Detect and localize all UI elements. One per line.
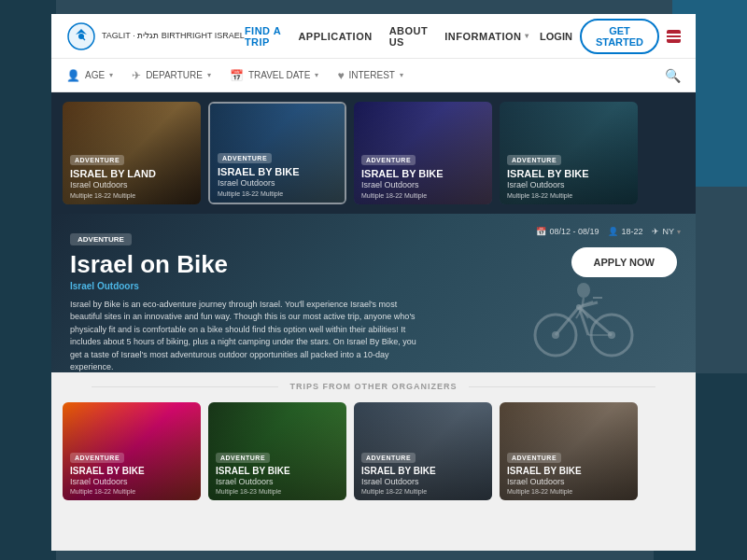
search-icon[interactable]: 🔍: [665, 68, 681, 83]
card4-badge: ADVENTURE: [507, 155, 561, 165]
card3-title: ISRAEL BY BIKE: [361, 168, 485, 180]
filter-age-label: AGE: [85, 70, 105, 80]
bc3-subtitle: Israel Outdoors: [361, 477, 485, 486]
filter-departure[interactable]: ✈ DEPARTURE ▾: [132, 69, 211, 82]
bc1-content: ADVENTURE ISRAEL BY BIKE Israel Outdoors…: [63, 441, 201, 500]
bc2-title: ISRAEL BY BIKE: [216, 466, 339, 477]
trip-card-4[interactable]: ADVENTURE ISRAEL BY BIKE Israel Outdoors…: [500, 102, 638, 204]
nav-information[interactable]: INFORMATION ▾: [444, 31, 529, 42]
bc2-meta: Multiple 18-23 Multiple: [216, 488, 339, 495]
plane-icon: ✈: [132, 69, 141, 82]
card3-meta: Multiple 18-22 Multiple: [361, 192, 485, 199]
card3-subtitle: Israel Outdoors: [361, 180, 485, 189]
featured-badge: ADVENTURE: [70, 233, 132, 245]
bc3-meta: Multiple 18-22 Multiple: [361, 488, 485, 495]
filter-age[interactable]: 👤 AGE ▾: [66, 69, 113, 82]
card4-title: ISRAEL BY BIKE: [507, 168, 630, 180]
calendar-icon: 📅: [230, 69, 244, 82]
bg-left: [0, 0, 56, 560]
login-button[interactable]: LOGIN: [540, 31, 572, 42]
bottom-cards: ADVENTURE ISRAEL BY BIKE Israel Outdoors…: [51, 397, 696, 510]
featured-description: Israel by Bike is an eco-adventure journ…: [70, 299, 425, 372]
get-started-button[interactable]: GET STARTED: [580, 19, 659, 54]
chevron-down-icon: ▾: [315, 71, 318, 79]
bc2-content: ADVENTURE ISRAEL BY BIKE Israel Outdoors…: [208, 441, 346, 500]
trip-cards-strip: ADVENTURE ISRAEL BY LAND Israel Outdoors…: [51, 92, 696, 214]
main-nav: FIND A TRIP APPLICATION ABOUT US INFORMA…: [245, 25, 529, 48]
card2-title: ISRAEL BY BIKE: [218, 166, 337, 178]
bc2-subtitle: Israel Outdoors: [216, 477, 339, 486]
trip-card-1[interactable]: ADVENTURE ISRAEL BY LAND Israel Outdoors…: [63, 102, 201, 204]
logo-text: TAGLIT · תגלית BIRTHRIGHT ISRAEL: [102, 31, 245, 41]
filter-interest[interactable]: ♥ INTEREST ▾: [337, 69, 403, 82]
card2-meta: Multiple 18-22 Multiple: [218, 190, 337, 197]
apply-now-button[interactable]: APPLY NOW: [571, 247, 677, 277]
bc1-meta: Multiple 18-22 Multiple: [70, 488, 193, 495]
filter-departure-label: DEPARTURE: [146, 70, 203, 80]
bc1-subtitle: Israel Outdoors: [70, 477, 193, 486]
main-container: TAGLIT · תגלית BIRTHRIGHT ISRAEL FIND A …: [51, 14, 696, 551]
nav-find-a-trip[interactable]: FIND A TRIP: [245, 25, 282, 48]
card1-meta: Multiple 18-22 Multiple: [70, 192, 193, 199]
featured-right: APPLY NOW: [571, 229, 677, 277]
card4-subtitle: Israel Outdoors: [507, 180, 630, 189]
bottom-card-2[interactable]: ADVENTURE ISRAEL BY BIKE Israel Outdoors…: [208, 402, 346, 500]
card1-content: ADVENTURE ISRAEL BY LAND Israel Outdoors…: [63, 144, 201, 204]
featured-text: ADVENTURE Israel on Bike Israel Outdoors…: [70, 229, 571, 372]
bc4-meta: Multiple 18-22 Multiple: [507, 488, 630, 495]
navbar-actions: LOGIN GET STARTED: [540, 19, 681, 54]
card2-subtitle: Israel Outdoors: [218, 178, 337, 188]
filter-travel-date-label: TRAVEL DATE: [248, 70, 311, 80]
card1-badge: ADVENTURE: [70, 155, 124, 165]
bottom-card-4[interactable]: ADVENTURE ISRAEL BY BIKE Israel Outdoors…: [500, 402, 638, 500]
featured-organizer: Israel Outdoors: [70, 281, 571, 291]
logo[interactable]: TAGLIT · תגלית BIRTHRIGHT ISRAEL: [66, 21, 245, 51]
bc1-title: ISRAEL BY BIKE: [70, 466, 193, 477]
bc4-title: ISRAEL BY BIKE: [507, 466, 630, 477]
person-icon: 👤: [66, 69, 80, 82]
heart-icon: ♥: [337, 69, 344, 82]
bc1-badge: ADVENTURE: [70, 453, 124, 463]
nav-application[interactable]: APPLICATION: [298, 31, 372, 42]
trip-card-2[interactable]: ADVENTURE ISRAEL BY BIKE Israel Outdoors…: [208, 102, 346, 204]
card1-title: ISRAEL BY LAND: [70, 168, 193, 180]
divider-line-container: TRIPS FROM OTHER ORGANIZERS: [51, 382, 696, 391]
chevron-down-icon: ▾: [400, 71, 403, 79]
card3-content: ADVENTURE ISRAEL BY BIKE Israel Outdoors…: [354, 144, 492, 204]
card2-badge: ADVENTURE: [218, 153, 272, 163]
trip-card-3[interactable]: ADVENTURE ISRAEL BY BIKE Israel Outdoors…: [354, 102, 492, 204]
filter-interest-label: INTEREST: [349, 70, 395, 80]
featured-content: ADVENTURE Israel on Bike Israel Outdoors…: [51, 214, 696, 372]
chevron-down-icon: ▾: [525, 32, 529, 40]
filters-bar: 👤 AGE ▾ ✈ DEPARTURE ▾ 📅 TRAVEL DATE ▾ ♥ …: [51, 59, 696, 92]
card4-content: ADVENTURE ISRAEL BY BIKE Israel Outdoors…: [500, 144, 638, 204]
divider-line-right: [469, 386, 655, 387]
card4-meta: Multiple 18-22 Multiple: [507, 192, 630, 199]
card1-subtitle: Israel Outdoors: [70, 180, 193, 189]
bottom-card-3[interactable]: ADVENTURE ISRAEL BY BIKE Israel Outdoors…: [354, 402, 492, 500]
featured-section: 📅 08/12 - 08/19 👤 18-22 ✈ NY ▾ ADVENTURE…: [51, 214, 696, 372]
nav-about-us[interactable]: ABOUT US: [389, 25, 429, 48]
featured-title: Israel on Bike: [70, 251, 571, 278]
section-divider: TRIPS FROM OTHER ORGANIZERS: [51, 372, 696, 397]
logo-icon: [66, 21, 96, 51]
card3-badge: ADVENTURE: [361, 155, 416, 165]
bottom-card-1[interactable]: ADVENTURE ISRAEL BY BIKE Israel Outdoors…: [63, 402, 201, 500]
bc3-badge: ADVENTURE: [361, 453, 416, 463]
chevron-down-icon: ▾: [109, 71, 113, 79]
chevron-down-icon: ▾: [207, 71, 211, 79]
card2-content: ADVENTURE ISRAEL BY BIKE Israel Outdoors…: [210, 142, 345, 203]
navbar: TAGLIT · תגלית BIRTHRIGHT ISRAEL FIND A …: [51, 14, 696, 59]
filter-travel-date[interactable]: 📅 TRAVEL DATE ▾: [230, 69, 319, 82]
divider-line-left: [92, 386, 278, 387]
bc2-badge: ADVENTURE: [216, 453, 270, 463]
bc3-content: ADVENTURE ISRAEL BY BIKE Israel Outdoors…: [354, 441, 492, 500]
flag-icon[interactable]: [667, 30, 681, 43]
bc4-content: ADVENTURE ISRAEL BY BIKE Israel Outdoors…: [500, 441, 638, 500]
bc3-title: ISRAEL BY BIKE: [361, 466, 485, 477]
bc4-subtitle: Israel Outdoors: [507, 477, 630, 486]
trips-from-others-label: TRIPS FROM OTHER ORGANIZERS: [289, 382, 457, 391]
bc4-badge: ADVENTURE: [507, 453, 561, 463]
